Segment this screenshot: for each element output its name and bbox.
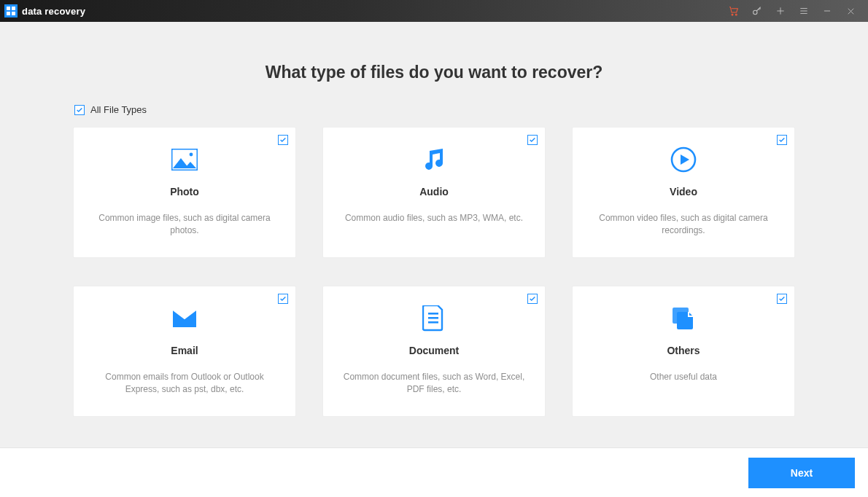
others-icon bbox=[671, 302, 696, 334]
card-others-desc: Other useful data bbox=[650, 371, 717, 383]
card-others[interactable]: Others Other useful data bbox=[572, 286, 795, 417]
card-audio-checkbox[interactable] bbox=[527, 135, 538, 145]
card-audio-title: Audio bbox=[419, 186, 449, 197]
card-email-desc: Common emails from Outlook or Outlook Ex… bbox=[91, 371, 278, 396]
card-audio-desc: Common audio files, such as MP3, WMA, et… bbox=[345, 212, 523, 224]
photo-icon bbox=[171, 144, 198, 176]
svg-rect-2 bbox=[7, 12, 10, 15]
svg-point-4 bbox=[732, 14, 733, 15]
card-photo-desc: Common image files, such as digital came… bbox=[91, 212, 278, 238]
card-document-desc: Common document files, such as Word, Exc… bbox=[341, 371, 527, 396]
svg-rect-11 bbox=[428, 317, 438, 319]
svg-rect-1 bbox=[12, 7, 15, 10]
plus-icon[interactable] bbox=[769, 0, 792, 22]
card-email-checkbox[interactable] bbox=[278, 294, 288, 304]
svg-point-5 bbox=[735, 14, 737, 15]
card-document[interactable]: Document Common document files, such as … bbox=[322, 286, 546, 417]
card-video[interactable]: Video Common video files, such as digita… bbox=[572, 127, 795, 258]
svg-point-6 bbox=[753, 10, 757, 14]
card-video-desc: Common video files, such as digital came… bbox=[590, 212, 777, 238]
svg-rect-0 bbox=[7, 7, 10, 10]
minimize-icon[interactable] bbox=[815, 0, 839, 22]
card-others-title: Others bbox=[667, 345, 700, 356]
next-button[interactable]: Next bbox=[748, 458, 855, 488]
card-email-title: Email bbox=[171, 345, 198, 356]
menu-icon[interactable] bbox=[792, 0, 815, 22]
card-document-checkbox[interactable] bbox=[527, 294, 538, 304]
titlebar-right bbox=[722, 0, 862, 22]
file-type-grid: Photo Common image files, such as digita… bbox=[73, 127, 795, 417]
all-file-types-row[interactable]: All File Types bbox=[73, 104, 795, 115]
card-video-title: Video bbox=[670, 186, 697, 197]
close-icon[interactable] bbox=[839, 0, 862, 22]
card-audio[interactable]: Audio Common audio files, such as MP3, W… bbox=[322, 127, 546, 258]
titlebar: data recovery bbox=[0, 0, 868, 22]
svg-rect-3 bbox=[12, 12, 15, 15]
all-file-types-checkbox[interactable] bbox=[74, 105, 85, 115]
page-heading: What type of files do you want to recove… bbox=[73, 63, 795, 82]
cart-icon[interactable] bbox=[722, 0, 745, 22]
svg-rect-10 bbox=[428, 313, 438, 315]
card-others-checkbox[interactable] bbox=[777, 294, 787, 304]
card-email[interactable]: Email Common emails from Outlook or Outl… bbox=[73, 286, 296, 417]
video-icon bbox=[670, 144, 697, 176]
card-photo[interactable]: Photo Common image files, such as digita… bbox=[73, 127, 296, 258]
card-photo-title: Photo bbox=[170, 186, 199, 197]
svg-rect-12 bbox=[428, 321, 438, 324]
app-title: data recovery bbox=[22, 6, 85, 17]
app-logo-icon bbox=[4, 4, 18, 17]
card-photo-checkbox[interactable] bbox=[278, 135, 288, 145]
card-document-title: Document bbox=[409, 345, 459, 356]
page-body: What type of files do you want to recove… bbox=[0, 22, 868, 447]
card-video-checkbox[interactable] bbox=[777, 135, 787, 145]
audio-icon bbox=[422, 144, 446, 176]
svg-point-8 bbox=[190, 153, 193, 157]
footer: Next bbox=[0, 447, 868, 497]
titlebar-left: data recovery bbox=[4, 4, 85, 17]
document-icon bbox=[422, 302, 446, 334]
key-icon[interactable] bbox=[745, 0, 769, 22]
email-icon bbox=[171, 302, 198, 334]
all-file-types-label: All File Types bbox=[90, 104, 147, 115]
